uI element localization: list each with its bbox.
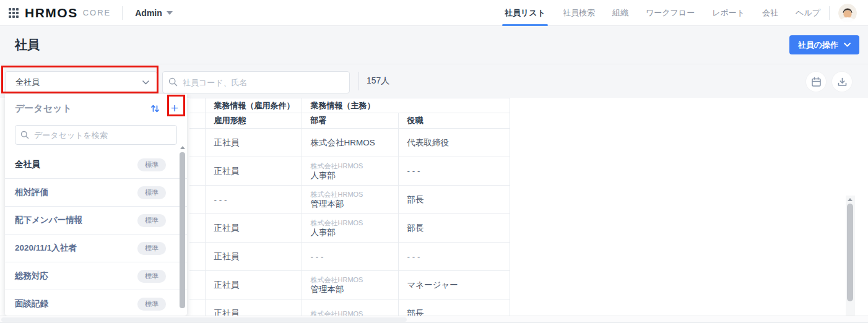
column-header-employment-type: 雇用形態 [205, 113, 302, 129]
dataset-select-value: 全社員 [15, 77, 40, 88]
department-name: 株式会社HRMOS [311, 137, 398, 149]
dataset-item[interactable]: 面談記録標準 [5, 290, 187, 316]
column-header-department: 部署 [302, 113, 398, 129]
peek-cell [189, 129, 205, 157]
dataset-item-badge: 標準 [137, 242, 166, 255]
account-menu-label: Admin [135, 8, 162, 18]
table-row[interactable]: 正社員株式会社HRMOS代表取締役 [189, 129, 510, 157]
chevron-down-icon [167, 11, 173, 15]
user-avatar[interactable] [838, 4, 857, 22]
dataset-item-label: 全社員 [15, 159, 40, 170]
nav-divider [829, 6, 830, 20]
department-name: 人事部 [311, 170, 398, 181]
dataset-item[interactable]: 2020/11/1入社者標準 [5, 235, 187, 262]
sort-arrows-icon [150, 104, 160, 113]
search-icon [20, 131, 29, 139]
vertical-scrollbar-thumb[interactable] [847, 204, 853, 301]
chevron-down-icon [142, 80, 149, 85]
search-icon [168, 77, 178, 87]
dataset-item-label: 総務対応 [15, 270, 48, 282]
peek-cell [189, 271, 205, 299]
add-dataset-button[interactable]: + [170, 101, 180, 116]
dataset-item[interactable]: 配下メンバー情報標準 [5, 207, 187, 235]
peek-header [189, 98, 205, 113]
employment-type-cell: 正社員 [205, 299, 302, 316]
topnav-item-組織[interactable]: 組織 [604, 0, 637, 26]
filter-bar: 全社員 157人 [0, 64, 868, 98]
dataset-panel: データセット + [5, 94, 187, 316]
position-cell: - - - [398, 157, 510, 186]
dataset-item-label: 配下メンバー情報 [15, 215, 82, 226]
horizontal-scrollbar-thumb[interactable] [1, 317, 407, 322]
table-row[interactable]: 正社員株式会社HRMOS管理本部マネージャー [189, 271, 510, 299]
department-cell: 株式会社HRMOS管理本部 [302, 271, 398, 299]
topnav-item-社員検索[interactable]: 社員検索 [554, 0, 604, 26]
calendar-icon [811, 77, 822, 87]
employee-count: 157人 [367, 64, 389, 98]
dataset-scrollbar-thumb[interactable] [180, 152, 185, 308]
dataset-panel-title: データセット [15, 103, 72, 114]
avatar-image [838, 4, 857, 22]
topnav-item-社員リスト[interactable]: 社員リスト [496, 0, 554, 26]
employee-search [162, 71, 350, 93]
topnav-item-会社[interactable]: 会社 [753, 0, 787, 26]
table-row[interactable]: 正社員株式会社HRMOS人事部- - - [189, 157, 510, 186]
dataset-item-label: 面談記録 [15, 298, 48, 309]
employee-search-input[interactable] [162, 71, 350, 93]
department-cell: 株式会社HRMOS管理本部 [302, 186, 398, 214]
employment-type-cell: 正社員 [205, 157, 302, 186]
department-parent: 株式会社HRMOS [311, 218, 398, 227]
download-icon [837, 77, 848, 87]
dataset-item[interactable]: 全社員標準 [5, 151, 187, 179]
dataset-search [15, 125, 177, 145]
dataset-item-badge: 標準 [137, 158, 166, 171]
dataset-item[interactable]: 相対評価標準 [5, 179, 187, 207]
table-row[interactable]: 正社員株式会社HRMOS人事部部長 [189, 214, 510, 243]
logo-product-label: CORE [83, 8, 111, 17]
employee-actions-button-label: 社員の操作 [798, 40, 838, 51]
position-cell: 部長 [398, 299, 510, 316]
vertical-scrollbar[interactable] [846, 196, 855, 316]
scroll-up-icon[interactable] [848, 198, 853, 201]
page-header: 社員 社員の操作 [0, 26, 868, 64]
position-cell: マネージャー [398, 271, 510, 299]
topnav-item-ヘルプ[interactable]: ヘルプ [787, 0, 829, 26]
peek-cell [189, 157, 205, 186]
dataset-select[interactable]: 全社員 [5, 71, 157, 93]
peek-cell [189, 214, 205, 243]
employee-actions-button[interactable]: 社員の操作 [789, 35, 859, 54]
table-row[interactable]: - - -株式会社HRMOS管理本部部長 [189, 186, 510, 214]
calendar-button[interactable] [806, 72, 826, 92]
horizontal-scrollbar[interactable] [0, 316, 868, 323]
employment-type-cell: 正社員 [205, 214, 302, 243]
nav-divider [122, 6, 123, 20]
account-menu[interactable]: Admin [135, 8, 173, 18]
group-header-main-duty: 業務情報（主務） [302, 98, 510, 113]
apps-grid-icon[interactable] [9, 8, 19, 18]
dataset-list: 全社員標準相対評価標準配下メンバー情報標準2020/11/1入社者標準総務対応標… [5, 151, 187, 316]
employment-type-cell: - - - [205, 186, 302, 214]
scroll-up-icon[interactable] [180, 146, 185, 149]
dataset-panel-scrollbar[interactable] [180, 146, 186, 312]
employee-table: 業務情報（雇用条件） 業務情報（主務） 雇用形態 部署 役職 正社員株式会社HR… [189, 98, 510, 316]
dataset-search-input[interactable] [15, 125, 177, 145]
dataset-item-badge: 標準 [137, 270, 166, 283]
department-parent: 株式会社HRMOS [311, 162, 398, 170]
department-cell: 株式会社HRMOS人事部 [302, 214, 398, 243]
department-name: 管理本部 [311, 199, 398, 210]
employment-type-cell: 正社員 [205, 271, 302, 299]
department-name: 人事部 [311, 227, 398, 238]
department-cell: 株式会社HRMOS [302, 299, 398, 316]
topnav-item-レポート[interactable]: レポート [703, 0, 753, 26]
department-name: - - - [311, 252, 398, 261]
dataset-item[interactable]: 総務対応標準 [5, 262, 187, 290]
table-row[interactable]: 正社員株式会社HRMOS部長 [189, 299, 510, 316]
download-button[interactable] [832, 72, 852, 92]
sort-datasets-button[interactable] [149, 103, 161, 114]
app-root: HRMOS CORE Admin 社員リスト社員検索組織ワークフローレポート会社… [0, 0, 868, 323]
table-row[interactable]: 正社員- - -- - - [189, 243, 510, 271]
topnav-item-ワークフロー[interactable]: ワークフロー [637, 0, 703, 26]
employment-type-cell: 正社員 [205, 243, 302, 271]
peek-header [189, 113, 205, 129]
chevron-down-icon [844, 43, 851, 47]
